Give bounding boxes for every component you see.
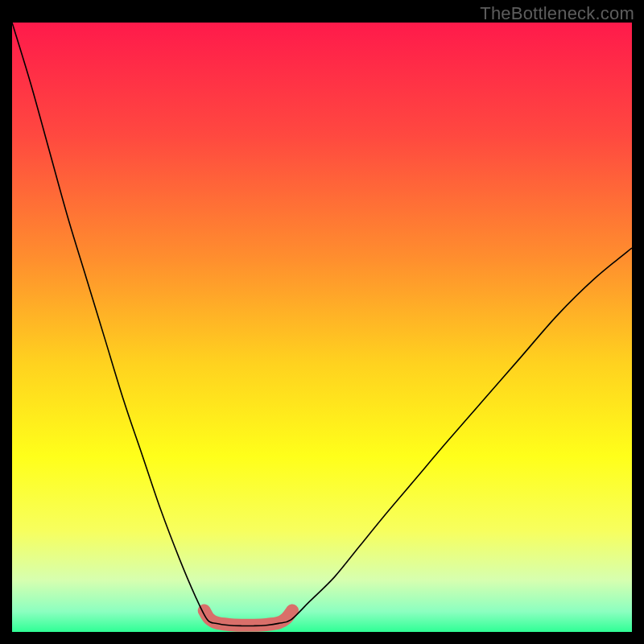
- watermark-text: TheBottleneck.com: [480, 3, 634, 24]
- chart-container: TheBottleneck.com: [0, 0, 644, 644]
- plot-area: [12, 23, 632, 632]
- main-curve: [12, 23, 632, 626]
- curve-layer: [12, 23, 632, 632]
